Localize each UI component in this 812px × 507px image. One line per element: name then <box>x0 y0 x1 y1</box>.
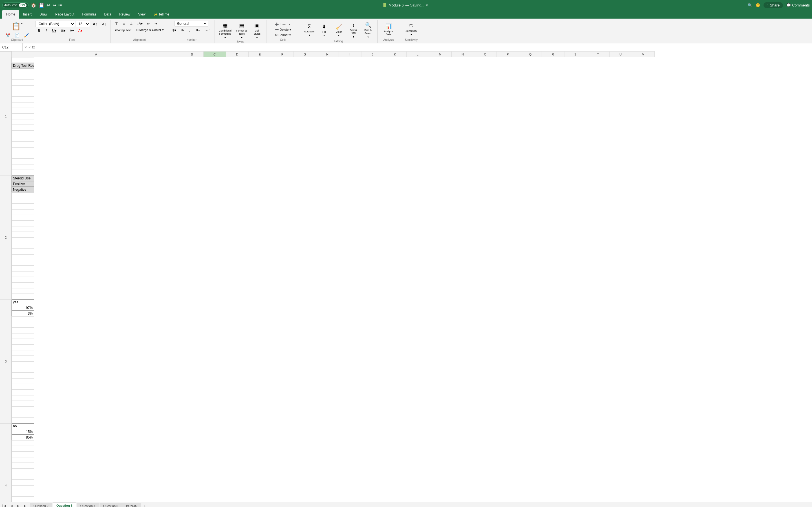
tab-review[interactable]: Review <box>115 10 134 18</box>
cell-q2[interactable] <box>11 266 34 271</box>
italic-button[interactable]: I <box>43 28 50 34</box>
col-header-u[interactable]: U <box>609 52 632 57</box>
cell-k1[interactable] <box>11 108 34 114</box>
title-chevron-icon[interactable]: ▾ <box>426 3 428 7</box>
cell-h1[interactable] <box>11 91 34 97</box>
share-button[interactable]: ↑ Share <box>763 2 783 8</box>
cell-f3[interactable] <box>11 328 34 333</box>
cell-k2[interactable] <box>11 232 34 237</box>
cell-q3[interactable] <box>11 390 34 395</box>
col-header-f[interactable]: F <box>271 52 294 57</box>
cell-a3[interactable]: yes <box>11 299 34 305</box>
sensitivity-button[interactable]: 🛡 Sensitivity ▾ <box>404 22 419 37</box>
cell-g3[interactable] <box>11 333 34 339</box>
cell-l2[interactable] <box>11 237 34 243</box>
indent-decrease-button[interactable]: ⇤ <box>145 21 152 26</box>
cut-button[interactable]: ✂️ <box>3 32 12 38</box>
cell-b3[interactable]: 97% <box>11 305 34 311</box>
cell-n3[interactable] <box>11 373 34 378</box>
insert-button[interactable]: ➕ Insert ▾ <box>274 22 292 27</box>
tab-nav-last[interactable]: ►| <box>22 503 29 507</box>
find-select-button[interactable]: 🔍 Find &Select ▾ <box>361 21 375 40</box>
cell-o2[interactable] <box>11 255 34 260</box>
col-header-n[interactable]: N <box>451 52 474 57</box>
col-header-l[interactable]: L <box>406 52 429 57</box>
more-options-icon[interactable]: ••• <box>58 3 63 7</box>
sheet-tab-question3[interactable]: Question 3 <box>53 503 76 507</box>
formula-cancel-icon[interactable]: ✕ <box>24 45 27 49</box>
cell-c2[interactable]: Negative <box>11 187 34 192</box>
cell-n2[interactable] <box>11 249 34 255</box>
format-as-table-button[interactable]: ▤ Format asTable ▾ <box>234 21 249 40</box>
format-button[interactable]: ⚙ Format ▾ <box>274 33 292 38</box>
sheet-tab-question2[interactable]: Question 2 <box>30 503 52 507</box>
cell-c3[interactable]: 3% <box>11 311 34 316</box>
border-button[interactable]: ⊞▾ <box>59 28 67 34</box>
cell-p2[interactable] <box>11 260 34 266</box>
increase-font-size-button[interactable]: A↑ <box>91 21 99 27</box>
cell-k4[interactable] <box>11 480 34 485</box>
sheet-tab-bonus[interactable]: BONUS <box>122 503 141 507</box>
col-header-o[interactable]: O <box>474 52 497 57</box>
cell-h2[interactable] <box>11 215 34 221</box>
save-icon[interactable]: 💾 <box>39 3 44 8</box>
cell-r2[interactable] <box>11 271 34 277</box>
search-icon[interactable]: 🔍 <box>748 3 752 7</box>
formula-insert-function-icon[interactable]: fx <box>32 45 35 49</box>
cell-k3[interactable] <box>11 356 34 361</box>
cell-g2[interactable] <box>11 209 34 215</box>
cell-d2[interactable] <box>11 192 34 198</box>
font-color-button[interactable]: A▾ <box>77 28 84 34</box>
cell-m1[interactable] <box>11 119 34 125</box>
col-header-h[interactable]: H <box>316 52 339 57</box>
cell-t2[interactable] <box>11 283 34 288</box>
col-header-m[interactable]: M <box>429 52 451 57</box>
col-header-d[interactable]: D <box>226 52 248 57</box>
font-size-selector[interactable]: 12 <box>76 21 90 27</box>
conditional-formatting-button[interactable]: ▦ ConditionalFormatting ▾ <box>217 21 233 40</box>
tab-formulas[interactable]: Formulas <box>78 10 100 18</box>
merge-center-button[interactable]: ⊞ Merge & Center ▾ <box>134 27 166 33</box>
col-header-t[interactable]: T <box>587 52 609 57</box>
col-header-b[interactable]: B <box>181 52 203 57</box>
cell-j4[interactable] <box>11 474 34 480</box>
comma-button[interactable]: , <box>186 27 193 33</box>
text-direction-button[interactable]: ↕A▾ <box>135 21 145 26</box>
sort-filter-button[interactable]: ↕ Sort &Filter ▾ <box>347 21 360 40</box>
cell-h3[interactable] <box>11 339 34 344</box>
cell-i3[interactable] <box>11 344 34 350</box>
cell-q1[interactable] <box>11 142 34 147</box>
cell-b4[interactable]: 15% <box>11 429 34 435</box>
indent-increase-button[interactable]: ⇥ <box>153 21 159 26</box>
cell-r1[interactable] <box>11 147 34 153</box>
col-header-q[interactable]: Q <box>519 52 542 57</box>
cell-m3[interactable] <box>11 367 34 373</box>
increase-decimal-button[interactable]: .0→ <box>193 28 202 33</box>
cell-l1[interactable] <box>11 114 34 119</box>
cell-v3[interactable] <box>11 418 34 424</box>
tab-nav-prev[interactable]: ◄ <box>9 503 14 507</box>
clear-button[interactable]: 🧹 Clear ▾ <box>332 22 346 38</box>
cell-p1[interactable] <box>11 136 34 142</box>
tab-data[interactable]: Data <box>100 10 115 18</box>
cell-e4[interactable] <box>11 446 34 452</box>
cell-p3[interactable] <box>11 384 34 390</box>
cell-d3[interactable] <box>11 316 34 322</box>
cell-l3[interactable] <box>11 361 34 367</box>
bold-button[interactable]: B <box>36 28 42 34</box>
underline-button[interactable]: U▾ <box>50 28 58 34</box>
cell-f2[interactable] <box>11 204 34 209</box>
decrease-decimal-button[interactable]: ←.0 <box>203 28 212 33</box>
col-header-j[interactable]: J <box>361 52 384 57</box>
add-sheet-button[interactable]: + <box>141 503 148 507</box>
col-header-c[interactable]: C <box>203 52 226 57</box>
col-header-v[interactable]: V <box>632 52 654 57</box>
currency-button[interactable]: $▾ <box>170 27 178 33</box>
cell-u1[interactable] <box>11 164 34 170</box>
cell-o1[interactable] <box>11 130 34 136</box>
cell-v2[interactable] <box>11 294 34 299</box>
cell-i1[interactable] <box>11 97 34 102</box>
cell-s2[interactable] <box>11 277 34 283</box>
tab-home[interactable]: Home <box>2 10 19 18</box>
cell-n1[interactable] <box>11 125 34 130</box>
